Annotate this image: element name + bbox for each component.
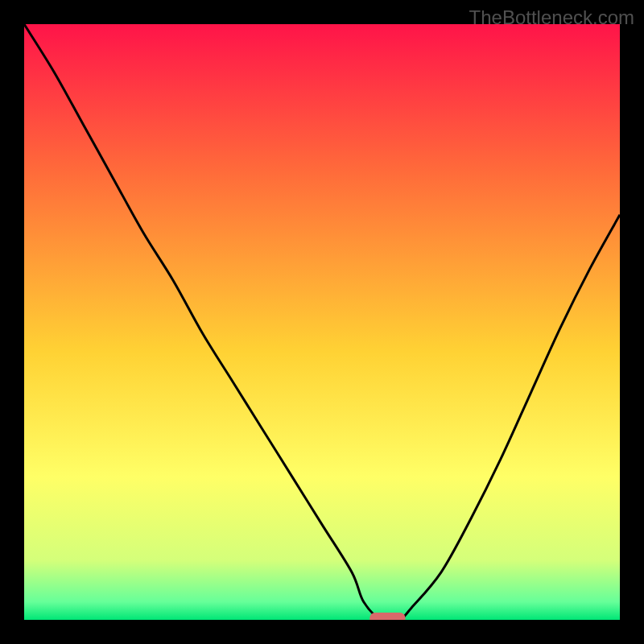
chart-svg: [24, 24, 620, 620]
watermark-text: TheBottleneck.com: [469, 6, 634, 29]
chart-container: TheBottleneck.com: [0, 0, 644, 644]
plot-area: [24, 24, 620, 620]
optimal-marker: [369, 613, 405, 620]
gradient-background: [24, 24, 620, 620]
